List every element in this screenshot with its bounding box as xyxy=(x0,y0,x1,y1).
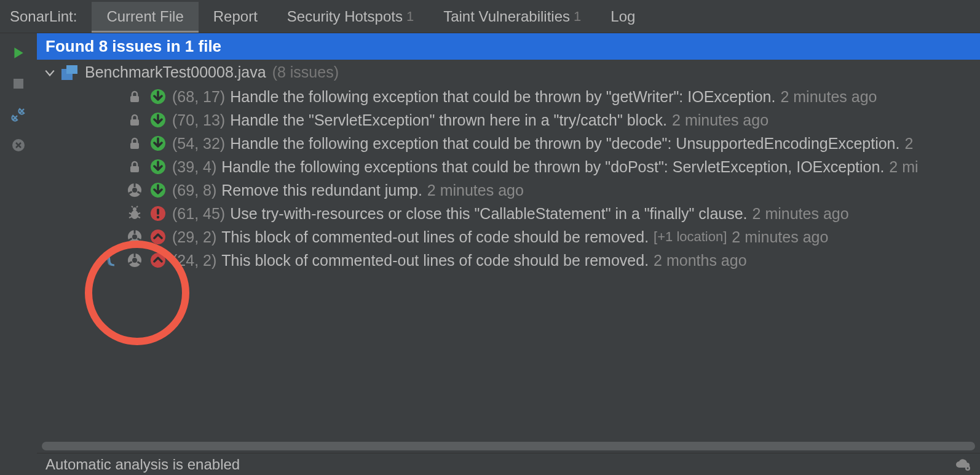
issue-row[interactable]: (39, 4) Handle the following exceptions … xyxy=(37,155,980,178)
svg-point-27 xyxy=(967,467,969,469)
chevron-down-icon[interactable] xyxy=(44,67,55,78)
svg-point-13 xyxy=(132,188,137,193)
issue-location: (29, 2) xyxy=(172,228,216,246)
issue-row[interactable]: (24, 2) This block of commented-out line… xyxy=(37,249,980,272)
issue-location: (70, 13) xyxy=(172,111,225,129)
issue-message: Remove this redundant jump. xyxy=(221,182,422,199)
issue-age: 2 months ago xyxy=(654,252,747,269)
tab-bar: SonarLint: Current FileReportSecurity Ho… xyxy=(0,0,980,33)
issue-age: 2 mi xyxy=(889,158,918,176)
severity-icon xyxy=(149,134,167,153)
tab-count: 1 xyxy=(406,9,414,25)
horizontal-scrollbar[interactable] xyxy=(42,442,975,450)
tab-security-hotspots[interactable]: Security Hotspots1 xyxy=(272,2,429,31)
tab-label: Log xyxy=(611,8,635,25)
status-text: Automatic analysis is enabled xyxy=(45,456,240,473)
severity-icon xyxy=(149,251,167,269)
issue-age: 2 xyxy=(904,135,913,153)
left-toolbar xyxy=(0,33,37,475)
issue-row[interactable]: (54, 32) Handle the following exception … xyxy=(37,132,980,155)
issue-location: (69, 8) xyxy=(172,182,216,199)
tab-report[interactable]: Report xyxy=(199,2,272,31)
bug-icon xyxy=(125,204,144,223)
svg-rect-4 xyxy=(130,96,139,102)
severity-icon xyxy=(149,228,167,246)
issue-message: Handle the following exception that coul… xyxy=(230,135,899,153)
svg-point-22 xyxy=(151,230,165,244)
tab-taint-vulnerabilities[interactable]: Taint Vulnerabilities1 xyxy=(429,2,596,31)
svg-point-15 xyxy=(131,210,138,219)
severity-icon xyxy=(149,181,167,199)
issue-row[interactable]: (61, 45) Use try-with-resources or close… xyxy=(37,202,980,225)
tab-label: Security Hotspots xyxy=(287,8,403,25)
java-file-icon xyxy=(61,65,79,80)
close-icon[interactable] xyxy=(10,137,27,154)
issue-row[interactable]: (29, 2) This block of commented-out line… xyxy=(37,225,980,249)
smell-icon xyxy=(125,251,144,269)
tab-current-file[interactable]: Current File xyxy=(92,2,198,31)
svg-point-25 xyxy=(151,253,165,268)
issue-extra-locations: [+1 location] xyxy=(654,229,727,245)
issue-row[interactable]: (70, 13) Handle the "ServletException" t… xyxy=(37,108,980,132)
file-node[interactable]: BenchmarkTest00008.java (8 issues) xyxy=(37,60,980,85)
issue-message: This block of commented-out lines of cod… xyxy=(221,252,649,269)
svg-rect-0 xyxy=(14,79,23,89)
severity-icon xyxy=(149,111,167,129)
svg-rect-6 xyxy=(130,119,139,126)
tab-label: Report xyxy=(213,8,258,25)
severity-icon xyxy=(149,204,167,223)
issue-age: 2 minutes ago xyxy=(753,205,849,223)
summary-header[interactable]: Found 8 issues in 1 file xyxy=(37,33,980,60)
lock-icon xyxy=(125,111,144,129)
issue-row[interactable]: (68, 17) Handle the following exception … xyxy=(37,85,980,108)
issue-age: 2 minutes ago xyxy=(732,228,828,246)
issue-location: (54, 32) xyxy=(172,135,225,153)
connected-mode-icon xyxy=(98,252,121,269)
issue-message: This block of commented-out lines of cod… xyxy=(221,228,649,246)
status-bar: Automatic analysis is enabled xyxy=(37,453,980,475)
severity-icon xyxy=(149,158,167,176)
svg-rect-10 xyxy=(130,166,139,172)
file-issue-count: (8 issues) xyxy=(272,63,339,81)
tab-log[interactable]: Log xyxy=(596,2,650,31)
run-icon[interactable] xyxy=(10,44,27,62)
tools-icon[interactable] xyxy=(10,106,27,123)
issue-location: (24, 2) xyxy=(172,252,216,269)
svg-rect-18 xyxy=(157,209,159,215)
issue-location: (61, 45) xyxy=(172,205,225,223)
issue-message: Use try-with-resources or close this "Ca… xyxy=(230,205,747,223)
lock-icon xyxy=(125,134,144,153)
svg-rect-3 xyxy=(66,65,77,74)
svg-point-21 xyxy=(132,234,137,239)
severity-icon xyxy=(149,87,167,106)
tool-name: SonarLint: xyxy=(10,8,77,25)
lock-icon xyxy=(125,158,144,176)
svg-rect-8 xyxy=(130,143,139,149)
issue-age: 2 minutes ago xyxy=(780,88,877,106)
issue-age: 2 minutes ago xyxy=(672,111,769,129)
cloud-settings-icon[interactable] xyxy=(954,458,971,471)
issue-age: 2 minutes ago xyxy=(427,182,524,199)
stop-icon[interactable] xyxy=(10,75,27,92)
smell-icon xyxy=(125,181,144,199)
svg-point-24 xyxy=(132,258,137,263)
svg-point-19 xyxy=(157,216,159,218)
svg-point-16 xyxy=(133,207,136,211)
issue-message: Handle the following exception that coul… xyxy=(230,88,775,106)
smell-icon xyxy=(125,228,144,246)
file-name: BenchmarkTest00008.java xyxy=(85,63,266,81)
tab-count: 1 xyxy=(574,9,581,25)
issue-location: (39, 4) xyxy=(172,158,216,176)
issue-message: Handle the following exceptions that cou… xyxy=(221,158,884,176)
tab-label: Current File xyxy=(106,8,183,25)
tab-label: Taint Vulnerabilities xyxy=(443,8,570,25)
issue-location: (68, 17) xyxy=(172,88,225,106)
issue-row[interactable]: (69, 8) Remove this redundant jump. 2 mi… xyxy=(37,178,980,202)
issue-message: Handle the "ServletException" thrown her… xyxy=(230,111,667,129)
lock-icon xyxy=(125,87,144,106)
issues-panel: Found 8 issues in 1 file BenchmarkTest00… xyxy=(37,33,980,475)
